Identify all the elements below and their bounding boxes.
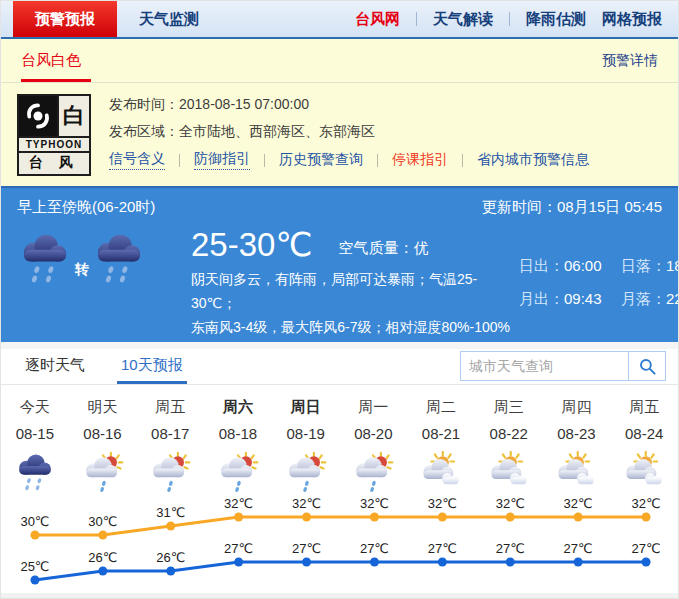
warning-tab-bar: 台风白色 预警详情 <box>1 39 678 83</box>
weather-desc-line1: 阴天间多云，有阵雨，局部可达暴雨；气温25-30℃； <box>191 267 519 315</box>
forecast-date-label: 08-19 <box>272 421 340 449</box>
transition-label: 转 <box>75 261 89 279</box>
air-quality: 空气质量：优 <box>338 239 428 263</box>
forecast-day-label[interactable]: 周一 <box>339 395 407 421</box>
publish-time-label: 发布时间： <box>109 96 179 112</box>
forecast-day-label[interactable]: 周五 <box>136 395 204 421</box>
publish-area-label: 发布区域： <box>109 123 179 139</box>
svg-text:30℃: 30℃ <box>20 514 49 529</box>
svg-text:32℃: 32℃ <box>632 496 661 511</box>
typhoon-white-warning-icon: 白 TYPHOON 台 风 <box>17 94 91 176</box>
link-separator <box>462 154 463 167</box>
forecast-day-row: 今天明天周五周六周日周一周二周三周四周五 <box>1 395 678 421</box>
publish-area-value: 全市陆地、西部海区、东部海区 <box>179 123 375 139</box>
forecast-date-label: 08-23 <box>543 421 611 449</box>
typhoon-en-label: TYPHOON <box>19 138 89 153</box>
svg-text:27℃: 27℃ <box>632 541 661 556</box>
forecast-day-label[interactable]: 明天 <box>69 395 137 421</box>
update-time-label: 更新时间： <box>482 198 557 215</box>
sunrise-value: 06:00 <box>564 257 602 274</box>
weather-desc-line2: 东南风3-4级，最大阵风6-7级；相对湿度80%-100% <box>191 315 519 339</box>
forecast-day-label[interactable]: 今天 <box>1 395 69 421</box>
forecast-date-label: 08-20 <box>339 421 407 449</box>
forecast-date-label: 08-21 <box>407 421 475 449</box>
nav-link-weather-analysis[interactable]: 天气解读 <box>433 10 493 29</box>
warning-links-row: 信号含义 防御指引 历史预警查询 停课指引 省内城市预警信息 <box>109 150 589 170</box>
nav-link-grid-forecast[interactable]: 网格预报 <box>602 10 662 29</box>
svg-text:32℃: 32℃ <box>360 496 389 511</box>
tab-ten-day-forecast[interactable]: 10天预报 <box>117 356 187 384</box>
weather-cloudy-icon <box>610 449 678 495</box>
warning-detail-link[interactable]: 预警详情 <box>602 52 658 70</box>
forecast-day-label[interactable]: 周五 <box>610 395 678 421</box>
weather-shower-icon <box>204 449 272 495</box>
link-separator <box>377 154 378 167</box>
update-time-value: 08月15日 05:45 <box>557 198 662 215</box>
link-separator <box>264 154 265 167</box>
moonrise-time: 月出：09:43 <box>519 290 621 309</box>
search-icon <box>638 357 657 376</box>
weather-cloudy-icon <box>407 449 475 495</box>
svg-text:32℃: 32℃ <box>292 496 321 511</box>
current-rain-icon <box>17 227 73 289</box>
svg-text:32℃: 32℃ <box>496 496 525 511</box>
nav-separator <box>509 12 510 26</box>
city-weather-search <box>460 351 666 381</box>
warning-level-char: 白 <box>59 96 89 136</box>
svg-text:27℃: 27℃ <box>428 541 457 556</box>
svg-text:25℃: 25℃ <box>20 559 49 574</box>
svg-text:31℃: 31℃ <box>156 505 185 520</box>
link-signal-meaning[interactable]: 信号含义 <box>109 150 165 170</box>
weather-cloudy-icon <box>475 449 543 495</box>
nav-separator <box>416 12 417 26</box>
section-divider <box>1 342 678 349</box>
forecast-date-label: 08-18 <box>204 421 272 449</box>
forecast-date-label: 08-22 <box>475 421 543 449</box>
forecast-day-label[interactable]: 周六 <box>204 395 272 421</box>
forecast-date-label: 08-24 <box>610 421 678 449</box>
publish-time-line: 发布时间：2018-08-15 07:00:00 <box>109 96 589 114</box>
search-button[interactable] <box>628 351 666 381</box>
moonrise-value: 09:43 <box>564 290 602 307</box>
nav-link-typhoon-net[interactable]: 台风网 <box>355 10 400 29</box>
forecast-date-label: 08-17 <box>136 421 204 449</box>
top-navbar: 预警预报 天气监测 台风网 天气解读 降雨估测 网格预报 <box>1 1 678 39</box>
air-quality-value: 优 <box>413 239 428 256</box>
forecast-day-label[interactable]: 周日 <box>272 395 340 421</box>
warning-tab-typhoon-white[interactable]: 台风白色 <box>21 51 81 70</box>
svg-text:30℃: 30℃ <box>88 514 117 529</box>
forecast-tabs-row: 逐时天气 10天预报 <box>1 349 678 385</box>
svg-text:26℃: 26℃ <box>156 550 185 565</box>
forecast-day-label[interactable]: 周四 <box>543 395 611 421</box>
update-time: 更新时间：08月15日 05:45 <box>482 198 662 217</box>
link-history-warning-query[interactable]: 历史预警查询 <box>279 151 363 169</box>
publish-area-line: 发布区域：全市陆地、西部海区、东部海区 <box>109 123 589 141</box>
svg-text:32℃: 32℃ <box>428 496 457 511</box>
weather-cloudy-icon <box>543 449 611 495</box>
link-separator <box>179 154 180 167</box>
svg-text:32℃: 32℃ <box>224 496 253 511</box>
link-province-city-warnings[interactable]: 省内城市预警信息 <box>477 151 589 169</box>
publish-time-value: 2018-08-15 07:00:00 <box>179 96 309 112</box>
svg-text:27℃: 27℃ <box>292 541 321 556</box>
tab-hourly-weather[interactable]: 逐时天气 <box>21 356 89 384</box>
temperature-range: 25-30℃ <box>191 227 312 263</box>
link-class-suspension-guide[interactable]: 停课指引 <box>392 151 448 169</box>
forecast-date-label: 08-16 <box>69 421 137 449</box>
forecast-day-label[interactable]: 周二 <box>407 395 475 421</box>
current-weather-panel: 早上至傍晚(06-20时) 更新时间：08月15日 05:45 转 25-30℃… <box>1 186 678 342</box>
warning-panel: 白 TYPHOON 台 风 发布时间：2018-08-15 07:00:00 发… <box>1 83 678 186</box>
nav-tab-weather-monitor[interactable]: 天气监测 <box>117 1 221 37</box>
search-input[interactable] <box>460 351 628 381</box>
forecast-date-row: 08-1508-1608-1708-1808-1908-2008-2108-22… <box>1 421 678 449</box>
typhoon-cn-label: 台 风 <box>19 153 89 172</box>
moonrise-label: 月出： <box>519 290 564 307</box>
nav-link-rain-estimate[interactable]: 降雨估测 <box>526 10 586 29</box>
forecast-day-label[interactable]: 周三 <box>475 395 543 421</box>
svg-text:26℃: 26℃ <box>88 550 117 565</box>
weather-shower-icon <box>69 449 137 495</box>
link-defense-guide[interactable]: 防御指引 <box>194 150 250 170</box>
svg-text:32℃: 32℃ <box>564 496 593 511</box>
nav-tab-warning-forecast[interactable]: 预警预报 <box>13 1 117 37</box>
forecast-period-label: 早上至傍晚(06-20时) <box>17 198 155 217</box>
